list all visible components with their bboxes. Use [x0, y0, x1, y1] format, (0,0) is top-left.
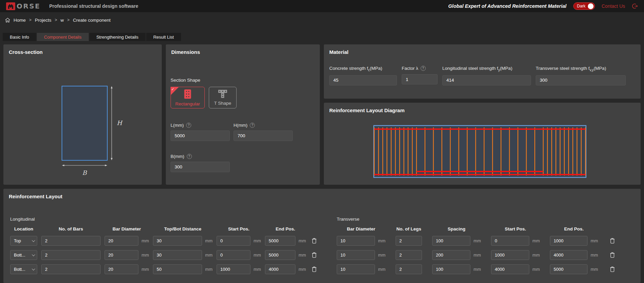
toggle-knob-icon — [588, 3, 594, 9]
end-pos-input[interactable] — [550, 264, 587, 274]
no-of-bars-input[interactable] — [41, 264, 101, 274]
unit-label: mm — [591, 238, 598, 243]
horse-logo-icon — [6, 2, 15, 10]
b-field-label: B(mm) — [171, 154, 184, 159]
transverse-steel-strength-input[interactable] — [536, 75, 626, 85]
help-icon[interactable]: ? — [421, 66, 426, 71]
start-pos-input[interactable] — [491, 236, 529, 246]
section-shape-label: Section Shape — [171, 78, 320, 83]
spacing-input[interactable] — [432, 236, 470, 246]
height-input[interactable] — [234, 130, 293, 141]
start-pos-input[interactable] — [217, 264, 250, 274]
start-pos-input[interactable] — [491, 264, 529, 274]
col-spacing: Spacing — [432, 226, 481, 231]
help-icon[interactable]: ? — [186, 123, 191, 128]
top-bar: ORSE Professional structural design soft… — [0, 0, 644, 12]
end-pos-input[interactable] — [550, 250, 587, 260]
unit-label: mm — [253, 252, 261, 258]
delete-row-button[interactable] — [310, 238, 318, 244]
unit-label: mm — [205, 267, 213, 272]
end-pos-input[interactable] — [265, 264, 295, 274]
top-bot-distance-input[interactable] — [153, 264, 202, 274]
app-tagline: Professional structural design software — [49, 3, 138, 9]
location-select[interactable]: Bott... — [10, 250, 37, 260]
transverse-label: Transverse — [337, 217, 616, 222]
logo-text: ORSE — [17, 3, 40, 9]
unit-label: mm — [532, 238, 540, 243]
logout-icon[interactable] — [632, 3, 638, 9]
rectangular-section-icon — [184, 89, 191, 99]
shape-card-rectangular[interactable]: ✓ Rectangular — [171, 87, 205, 108]
breadcrumb-home[interactable]: Home — [14, 18, 26, 23]
delete-row-button[interactable] — [608, 266, 616, 272]
delete-row-button[interactable] — [608, 238, 616, 244]
factor-lambda-input[interactable] — [402, 74, 438, 84]
bar-diameter-input[interactable] — [337, 264, 375, 274]
end-pos-input[interactable] — [550, 236, 587, 246]
breadcrumb-projects[interactable]: Projects — [35, 18, 51, 23]
chevron-down-icon — [32, 253, 35, 256]
start-pos-input[interactable] — [491, 250, 529, 260]
material-title: Material — [324, 44, 641, 55]
width-input[interactable] — [171, 162, 230, 172]
shape-card-t-shape[interactable]: T Shape — [209, 87, 237, 108]
beam-diagram-svg — [373, 125, 586, 178]
tab-component-details[interactable]: Component Details — [37, 33, 89, 41]
theme-toggle[interactable]: Dark — [573, 2, 595, 10]
unit-label: mm — [473, 252, 481, 258]
unit-label: mm — [591, 252, 598, 258]
unit-label: mm — [473, 238, 481, 243]
bar-diameter-input[interactable] — [337, 236, 375, 246]
breadcrumb-separator: > — [29, 18, 31, 22]
breadcrumb-project-name[interactable]: w — [61, 18, 64, 23]
length-input[interactable] — [171, 130, 230, 141]
col-no-of-bars: No. of Bars — [41, 226, 101, 231]
spacing-input[interactable] — [432, 250, 470, 260]
top-bot-distance-input[interactable] — [153, 236, 202, 246]
bar-diameter-input[interactable] — [105, 250, 138, 260]
start-pos-input[interactable] — [217, 236, 250, 246]
chevron-down-icon — [32, 267, 35, 270]
no-of-legs-input[interactable] — [396, 250, 422, 260]
bar-diameter-input[interactable] — [105, 236, 138, 246]
col-start-pos: Start Pos. — [491, 226, 540, 231]
home-icon[interactable] — [5, 18, 10, 23]
longitudinal-label: Longitudinal — [10, 217, 318, 222]
concrete-strength-input[interactable] — [329, 75, 397, 85]
no-of-legs-input[interactable] — [396, 236, 422, 246]
help-icon[interactable]: ? — [187, 154, 192, 159]
contact-us-link[interactable]: Contact Us — [602, 3, 625, 9]
no-of-bars-input[interactable] — [41, 236, 101, 246]
bar-diameter-input[interactable] — [337, 250, 375, 260]
delete-row-button[interactable] — [608, 252, 616, 258]
breadcrumb-separator: > — [55, 18, 57, 22]
delete-row-button[interactable] — [310, 252, 318, 258]
delete-row-button[interactable] — [310, 266, 318, 272]
cross-section-title: Cross-section — [3, 44, 162, 55]
longitudinal-steel-strength-label: Longitudinal steel strength fy(MPa) — [442, 66, 512, 72]
unit-label: mm — [378, 267, 385, 272]
start-pos-input[interactable] — [217, 250, 250, 260]
tab-strengthening-details[interactable]: Strengthening Details — [89, 33, 146, 41]
tab-result-list[interactable]: Result List — [146, 33, 181, 41]
no-of-legs-input[interactable] — [396, 264, 422, 274]
col-end-pos: End Pos. — [550, 226, 598, 231]
spacing-input[interactable] — [432, 264, 470, 274]
longitudinal-steel-strength-input[interactable] — [442, 75, 531, 85]
top-bot-distance-input[interactable] — [153, 250, 202, 260]
end-pos-input[interactable] — [265, 250, 295, 260]
no-of-bars-input[interactable] — [41, 250, 101, 260]
end-pos-input[interactable] — [265, 236, 295, 246]
transverse-steel-strength-label: Transverse steel strength fv,y(MPa) — [536, 66, 606, 72]
location-select[interactable]: Top — [10, 236, 37, 246]
tab-basic-info[interactable]: Basic Info — [3, 33, 36, 41]
bar-diameter-input[interactable] — [105, 264, 138, 274]
help-icon[interactable]: ? — [250, 123, 255, 128]
longitudinal-row: Bott... mm mm mm mm — [10, 250, 318, 260]
dimensions-panel: Dimensions Section Shape ✓ Rectangular T… — [166, 44, 320, 185]
transverse-row: mm mm mm mm — [337, 236, 616, 246]
unit-label: mm — [141, 267, 149, 272]
location-select[interactable]: Bott... — [10, 264, 37, 274]
unit-label: mm — [378, 252, 385, 258]
shape-card-label: T Shape — [214, 101, 231, 106]
